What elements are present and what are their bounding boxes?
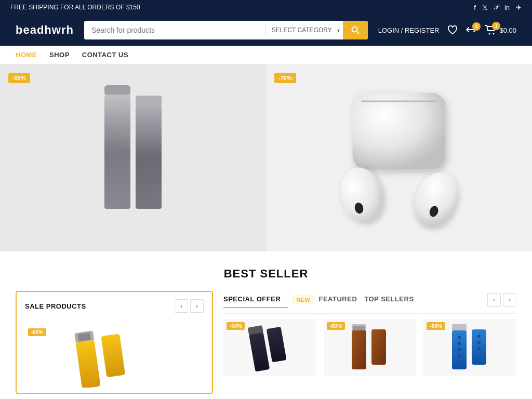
telegram-icon[interactable]: ✈ xyxy=(516,4,522,11)
svg-rect-5 xyxy=(104,95,130,209)
svg-point-33 xyxy=(477,341,481,344)
wishlist-button[interactable] xyxy=(447,25,458,35)
special-offer-tabs: SPECIAL OFFER NEW FEATURED TOP SELLERS xyxy=(223,291,421,308)
sale-products-column: SALE PRODUCTS ‹ › -60% xyxy=(16,291,213,394)
special-offer-prev[interactable]: ‹ xyxy=(487,293,501,307)
search-icon xyxy=(351,26,360,34)
hero-left-panel: -60% xyxy=(0,64,266,251)
product-card-1-image: -50% xyxy=(223,319,316,376)
svg-rect-6 xyxy=(136,96,162,106)
announcement-text: FREE SHIPPING FOR ALL ORDERS OF $150 xyxy=(10,4,140,11)
tab-featured[interactable]: FEATURED xyxy=(318,291,364,308)
product-card-2-image: -60% xyxy=(324,319,417,376)
product-card-3: -60% xyxy=(423,319,516,376)
svg-point-30 xyxy=(458,354,461,357)
svg-point-34 xyxy=(477,347,481,350)
watch-strap-group xyxy=(99,80,167,236)
svg-rect-17 xyxy=(101,334,125,377)
svg-rect-16 xyxy=(76,340,101,388)
hero-right-panel: -70% xyxy=(266,64,532,251)
sale-products-nav: ‹ › xyxy=(175,299,204,313)
products-area: SALE PRODUCTS ‹ › -60% xyxy=(0,286,532,399)
nav-item-home[interactable]: HOME xyxy=(16,51,37,59)
watch-straps-svg xyxy=(99,80,167,236)
nav-item-shop[interactable]: SHOP xyxy=(49,51,70,59)
header-actions: LOGIN / REGISTER 1 1 $0.00 xyxy=(378,25,516,35)
svg-point-2 xyxy=(489,33,490,35)
best-seller-section: BEST SELLER xyxy=(0,251,532,286)
svg-rect-22 xyxy=(353,326,365,331)
best-seller-title: BEST SELLER xyxy=(16,267,516,281)
linkedin-icon[interactable]: in xyxy=(504,4,510,11)
hero-right-product-image xyxy=(311,85,487,231)
compare-button[interactable]: 1 xyxy=(466,25,476,35)
svg-point-29 xyxy=(458,348,461,351)
product-card-2-discount: -60% xyxy=(327,322,345,330)
svg-rect-4 xyxy=(104,85,130,96)
special-offer-arrows: ‹ › xyxy=(487,293,516,307)
sale-product-straps-svg xyxy=(62,325,166,388)
sale-product-image-area: -60% xyxy=(17,320,212,393)
compare-badge: 1 xyxy=(472,22,481,31)
product-card-2: -60% xyxy=(324,319,417,376)
svg-rect-23 xyxy=(352,330,366,369)
earbuds-svg xyxy=(311,80,487,236)
announcement-bar: FREE SHIPPING FOR ALL ORDERS OF $150 f 𝕏… xyxy=(0,0,532,15)
sale-products-prev[interactable]: ‹ xyxy=(175,299,188,313)
sale-product-item: -60% xyxy=(25,325,204,388)
svg-point-3 xyxy=(493,33,495,35)
svg-point-0 xyxy=(352,27,357,32)
cart-icon-wrapper: 1 xyxy=(485,25,496,35)
special-offer-column: SPECIAL OFFER NEW FEATURED TOP SELLERS ‹… xyxy=(213,291,516,394)
product-3-strap-svg xyxy=(447,322,494,374)
product-card-3-discount: -60% xyxy=(427,322,445,330)
svg-rect-19 xyxy=(249,332,270,372)
pinterest-icon[interactable]: 𝒫 xyxy=(494,3,498,11)
hero-left-badge: -60% xyxy=(8,73,30,83)
product-card-1-discount: -50% xyxy=(227,322,245,330)
svg-line-1 xyxy=(356,32,359,34)
svg-rect-25 xyxy=(452,324,467,331)
twitter-icon[interactable]: 𝕏 xyxy=(482,4,487,11)
svg-rect-20 xyxy=(267,327,287,363)
product-card-1: -50% xyxy=(223,319,316,376)
svg-point-27 xyxy=(458,336,461,339)
search-bar: SELECT CATEGORY ▾ xyxy=(84,21,368,39)
product-2-strap-svg xyxy=(347,322,393,374)
svg-rect-24 xyxy=(371,329,386,365)
hero-left-product-image xyxy=(81,85,185,231)
tab-special-offer[interactable]: SPECIAL OFFER xyxy=(223,291,288,308)
category-select[interactable]: SELECT CATEGORY xyxy=(265,21,343,39)
svg-rect-7 xyxy=(136,105,162,209)
social-icons: f 𝕏 𝒫 in ✈ xyxy=(474,3,522,11)
heart-icon xyxy=(447,25,458,35)
hero-right-badge: -70% xyxy=(274,73,296,83)
product-1-strap-svg xyxy=(246,322,293,374)
sale-products-next[interactable]: › xyxy=(190,299,204,313)
special-offer-header: SPECIAL OFFER NEW FEATURED TOP SELLERS ‹… xyxy=(223,291,516,314)
product-cards-row: -50% xyxy=(223,319,516,376)
sale-product-badge: -60% xyxy=(28,328,46,336)
svg-point-32 xyxy=(477,335,481,338)
svg-point-28 xyxy=(458,342,461,345)
cart-total: $0.00 xyxy=(499,26,516,34)
tab-new[interactable]: NEW xyxy=(292,295,314,304)
sale-products-title: SALE PRODUCTS xyxy=(25,302,86,310)
svg-rect-8 xyxy=(353,93,446,170)
search-button[interactable] xyxy=(343,21,368,39)
nav-item-contact[interactable]: CONTACT US xyxy=(82,51,128,59)
cart-button[interactable]: 1 $0.00 xyxy=(485,25,516,35)
category-wrapper: SELECT CATEGORY ▾ xyxy=(265,21,343,39)
special-offer-next[interactable]: › xyxy=(503,293,516,307)
hero-section: -60% xyxy=(0,64,532,251)
logo[interactable]: beadhwrh xyxy=(16,23,74,37)
product-card-3-image: -60% xyxy=(423,319,516,376)
facebook-icon[interactable]: f xyxy=(474,4,476,11)
login-register-link[interactable]: LOGIN / REGISTER xyxy=(378,26,440,34)
search-input[interactable] xyxy=(84,21,265,39)
tab-top-sellers[interactable]: TOP SELLERS xyxy=(364,291,421,308)
header: beadhwrh SELECT CATEGORY ▾ LOGIN / REGIS… xyxy=(0,15,532,46)
sale-products-header: SALE PRODUCTS ‹ › xyxy=(17,292,212,320)
svg-point-12 xyxy=(407,166,465,233)
nav-bar: HOME SHOP CONTACT US xyxy=(0,46,532,64)
